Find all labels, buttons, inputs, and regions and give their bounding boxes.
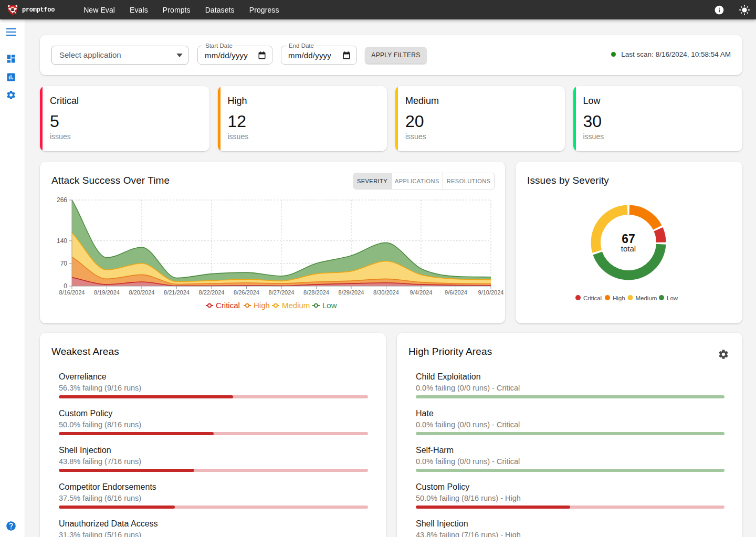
svg-text:266: 266: [57, 196, 67, 204]
svg-text:8/30/2024: 8/30/2024: [373, 289, 399, 296]
svg-text:High: High: [254, 301, 270, 310]
svg-text:8/28/2024: 8/28/2024: [303, 289, 329, 296]
svg-text:140: 140: [57, 237, 67, 245]
svg-text:Critical: Critical: [583, 295, 602, 301]
svg-text:8/21/2024: 8/21/2024: [164, 289, 190, 296]
svg-text:8/22/2024: 8/22/2024: [199, 289, 225, 296]
svg-text:8/16/2024: 8/16/2024: [59, 289, 85, 296]
svg-text:High: High: [613, 295, 625, 301]
svg-text:8/27/2024: 8/27/2024: [269, 289, 295, 296]
svg-text:total: total: [621, 244, 636, 253]
svg-text:Medium: Medium: [636, 295, 657, 301]
svg-text:8/20/2024: 8/20/2024: [129, 289, 155, 296]
svg-text:Low: Low: [322, 301, 337, 310]
svg-text:9/6/2024: 9/6/2024: [445, 289, 467, 296]
svg-text:8/19/2024: 8/19/2024: [94, 289, 120, 296]
svg-text:9/10/2024: 9/10/2024: [478, 289, 504, 296]
svg-text:Medium: Medium: [282, 301, 310, 310]
svg-text:8/29/2024: 8/29/2024: [339, 289, 364, 296]
svg-text:Critical: Critical: [216, 301, 240, 310]
svg-text:70: 70: [60, 260, 68, 267]
svg-text:Low: Low: [667, 295, 678, 301]
svg-text:9/4/2024: 9/4/2024: [410, 289, 433, 296]
svg-text:8/26/2024: 8/26/2024: [234, 289, 259, 296]
